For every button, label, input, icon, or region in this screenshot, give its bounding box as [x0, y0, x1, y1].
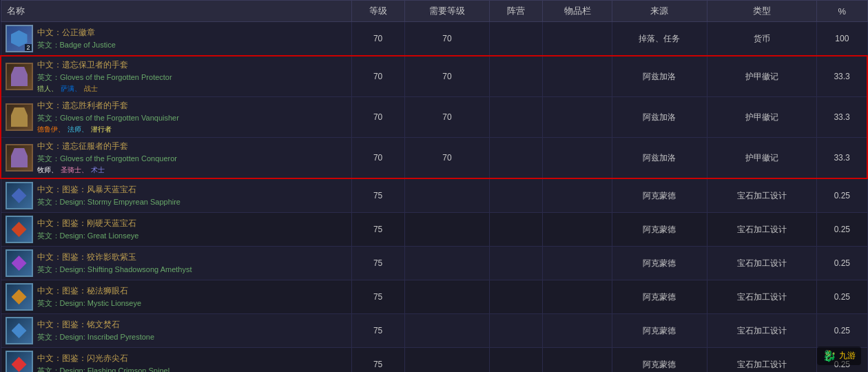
item-pct: 33.3: [817, 97, 867, 138]
item-source: 掉落、任务: [612, 22, 707, 56]
table-row[interactable]: 中文：遗忘保卫者的手套英文：Gloves of the Forgotten Pr…: [1, 56, 867, 97]
item-name-cell: 中文：遗忘胜利者的手套英文：Gloves of the Forgotten Va…: [1, 97, 351, 138]
item-pct: 100: [817, 22, 867, 56]
item-type: 宝石加工设计: [707, 314, 817, 348]
item-en-name: 英文：Design: Shifting Shadowsong Amethyst: [37, 265, 192, 275]
table-row[interactable]: 中文：图鉴：闪光赤尖石英文：Design: Flashing Crimson S…: [1, 348, 867, 373]
item-source: 阿兹加洛: [612, 138, 707, 179]
item-pct: 33.3: [817, 138, 867, 179]
col-header-faction: 阵营: [490, 1, 543, 22]
item-slot: [543, 213, 612, 247]
item-slot: [543, 178, 612, 213]
item-type: 宝石加工设计: [707, 348, 817, 373]
item-classes: 牧师、圣骑士、术士: [37, 165, 177, 175]
col-header-level: 等级: [351, 1, 404, 22]
item-icon: [6, 317, 33, 344]
table-row[interactable]: 中文：图鉴：刚硬天蓝宝石英文：Design: Great Lionseye75阿…: [1, 213, 867, 247]
item-type: 宝石加工设计: [707, 178, 817, 213]
item-cn-name: 中文：图鉴：刚硬天蓝宝石: [37, 218, 139, 229]
item-slot: [543, 56, 612, 97]
item-req-level: [404, 314, 490, 348]
item-cn-name: 中文：图鉴：秘法狮眼石: [37, 285, 142, 297]
item-source: 阿克蒙德: [612, 178, 707, 213]
item-faction: [490, 348, 543, 373]
item-level: 75: [351, 280, 404, 314]
item-level: 75: [351, 348, 404, 373]
item-slot: [543, 97, 612, 138]
col-header-req-level: 需要等级: [404, 1, 490, 22]
item-name-cell: 中文：遗忘征服者的手套英文：Gloves of the Forgotten Co…: [1, 138, 351, 179]
table-row[interactable]: 中文：图鉴：秘法狮眼石英文：Design: Mystic Lionseye75阿…: [1, 280, 867, 314]
item-level: 70: [351, 97, 404, 138]
item-cn-name: 中文：遗忘胜利者的手套: [37, 100, 179, 112]
item-name-cell: 中文：图鉴：铭文焚石英文：Design: Inscribed Pyrestone: [1, 314, 351, 348]
col-header-pct: %: [817, 1, 867, 22]
item-pct: 0.25: [817, 178, 867, 213]
item-faction: [490, 280, 543, 314]
item-en-name: 英文：Design: Stormy Empyrean Sapphire: [37, 197, 180, 207]
item-req-level: [404, 213, 490, 247]
item-source: 阿兹加洛: [612, 56, 707, 97]
item-type: 护甲徽记: [707, 56, 817, 97]
item-en-name: 英文：Badge of Justice: [37, 40, 116, 50]
item-faction: [490, 213, 543, 247]
item-level: 75: [351, 178, 404, 213]
item-level: 70: [351, 56, 404, 97]
item-req-level: [404, 247, 490, 280]
item-table-container: 名称 等级 需要等级 阵营 物品栏 来源 类型 % 2中文：公正徽章英文：Bad…: [0, 0, 868, 372]
item-req-level: 70: [404, 22, 490, 56]
item-icon: [6, 144, 33, 172]
item-classes: 猎人、萨满、战士: [37, 84, 172, 94]
item-cn-name: 中文：图鉴：闪光赤尖石: [37, 353, 170, 364]
item-level: 75: [351, 213, 404, 247]
table-row[interactable]: 中文：遗忘征服者的手套英文：Gloves of the Forgotten Co…: [1, 138, 867, 179]
item-name-cell: 中文：图鉴：秘法狮眼石英文：Design: Mystic Lionseye: [1, 280, 351, 314]
watermark-icon: 🐉: [823, 349, 836, 362]
col-header-source: 来源: [612, 1, 707, 22]
item-slot: [543, 138, 612, 179]
item-cn-name: 中文：图鉴：风暴天蓝宝石: [37, 184, 180, 196]
col-header-type: 类型: [707, 1, 817, 22]
item-req-level: 70: [404, 56, 490, 97]
table-row[interactable]: 2中文：公正徽章英文：Badge of Justice7070掉落、任务货币10…: [1, 22, 867, 56]
table-row[interactable]: 中文：图鉴：铭文焚石英文：Design: Inscribed Pyrestone…: [1, 314, 867, 348]
table-header: 名称 等级 需要等级 阵营 物品栏 来源 类型 %: [1, 1, 867, 22]
item-req-level: [404, 178, 490, 213]
table-row[interactable]: 中文：图鉴：风暴天蓝宝石英文：Design: Stormy Empyrean S…: [1, 178, 867, 213]
table-body: 2中文：公正徽章英文：Badge of Justice7070掉落、任务货币10…: [1, 22, 867, 373]
item-cn-name: 中文：遗忘征服者的手套: [37, 141, 177, 152]
item-type: 货币: [707, 22, 817, 56]
col-header-name: 名称: [1, 1, 351, 22]
item-cn-name: 中文：遗忘保卫者的手套: [37, 59, 172, 71]
item-pct: 0.25: [817, 213, 867, 247]
item-name-cell: 中文：图鉴：狡诈影歌紫玉英文：Design: Shifting Shadowso…: [1, 247, 351, 280]
item-source: 阿兹加洛: [612, 97, 707, 138]
item-type: 护甲徽记: [707, 97, 817, 138]
item-cn-name: 中文：公正徽章: [37, 27, 116, 39]
item-en-name: 英文：Design: Mystic Lionseye: [37, 298, 142, 309]
item-faction: [490, 56, 543, 97]
table-row[interactable]: 中文：遗忘胜利者的手套英文：Gloves of the Forgotten Va…: [1, 97, 867, 138]
item-name-cell: 中文：图鉴：刚硬天蓝宝石英文：Design: Great Lionseye: [1, 213, 351, 247]
col-header-slot: 物品栏: [543, 1, 612, 22]
item-icon: [6, 351, 33, 372]
item-name-cell: 中文：图鉴：风暴天蓝宝石英文：Design: Stormy Empyrean S…: [1, 178, 351, 213]
item-table: 名称 等级 需要等级 阵营 物品栏 来源 类型 % 2中文：公正徽章英文：Bad…: [0, 0, 868, 372]
item-level: 70: [351, 138, 404, 179]
item-faction: [490, 97, 543, 138]
item-icon: [6, 103, 33, 131]
table-row[interactable]: 中文：图鉴：狡诈影歌紫玉英文：Design: Shifting Shadowso…: [1, 247, 867, 280]
item-cn-name: 中文：图鉴：铭文焚石: [37, 319, 155, 331]
item-source: 阿克蒙德: [612, 247, 707, 280]
item-faction: [490, 22, 543, 56]
item-icon: [6, 182, 33, 209]
watermark-text: 九游: [839, 350, 856, 362]
item-req-level: 70: [404, 97, 490, 138]
item-source: 阿克蒙德: [612, 348, 707, 373]
item-name-cell: 中文：图鉴：闪光赤尖石英文：Design: Flashing Crimson S…: [1, 348, 351, 373]
item-pct: 0.25: [817, 280, 867, 314]
item-pct: 0.25: [817, 314, 867, 348]
item-pct: 0.25: [817, 247, 867, 280]
item-icon: [6, 283, 33, 311]
item-slot: [543, 280, 612, 314]
